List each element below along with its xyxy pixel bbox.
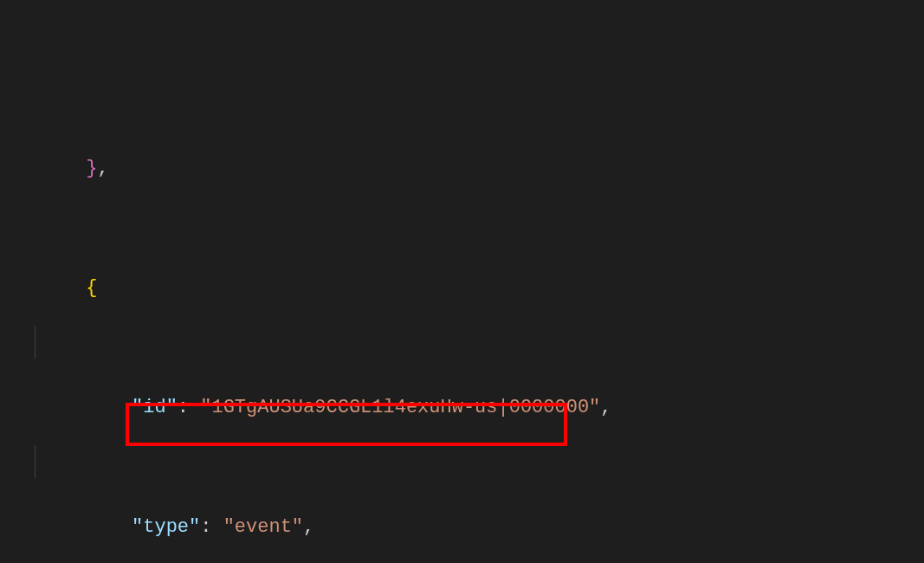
colon: :: [200, 516, 223, 538]
highlight-annotation-box: [126, 403, 567, 446]
code-editor[interactable]: }, { "id": "1GTgAUSUa9CCGL1l4exuHw-us|00…: [0, 0, 924, 563]
code-line[interactable]: {: [0, 206, 924, 239]
brace-close: }: [86, 158, 97, 179]
code-line[interactable]: "id": "1GTgAUSUa9CCGL1l4exuHw-us|0000000…: [0, 326, 924, 359]
comma: ,: [600, 397, 611, 418]
code-line[interactable]: },: [0, 87, 924, 120]
json-string: "event": [223, 516, 303, 538]
json-key: "type": [132, 516, 200, 538]
code-line[interactable]: "type": "event",: [0, 445, 924, 478]
comma: ,: [97, 158, 108, 179]
comma: ,: [303, 516, 314, 538]
brace-open: {: [86, 277, 97, 299]
